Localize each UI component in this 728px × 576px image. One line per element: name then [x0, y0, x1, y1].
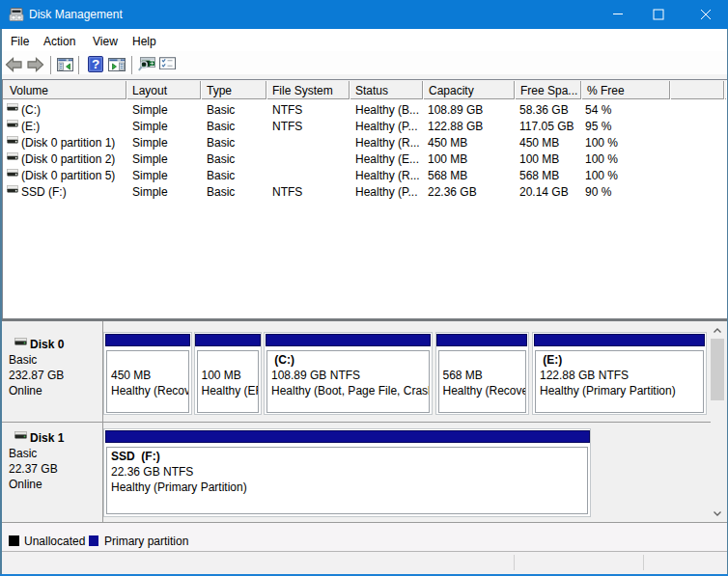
- svg-text:?: ?: [91, 57, 98, 71]
